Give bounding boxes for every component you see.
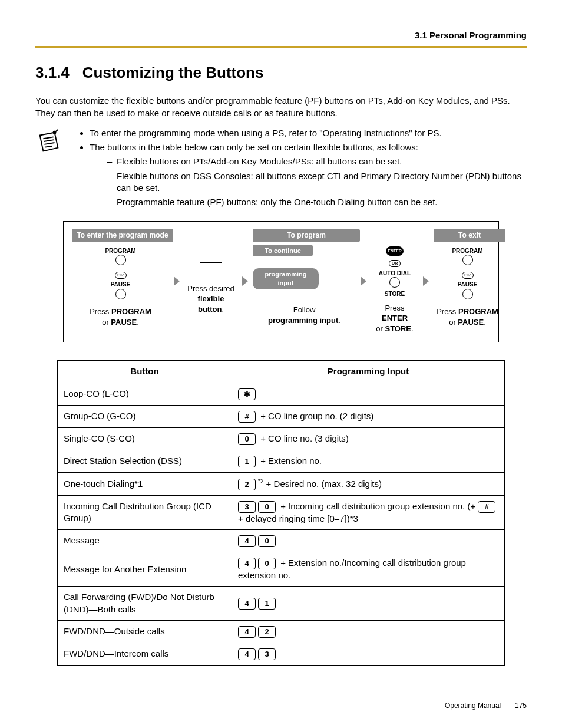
table-row: FWD/DND—Outside calls42 (58, 620, 505, 643)
input-cell: 40 + Extension no./Incoming call distrib… (232, 552, 505, 587)
key-icon: 1 (258, 598, 276, 610)
input-cell: 43 (232, 643, 505, 665)
label-autodial: AUTO DIAL (371, 269, 418, 278)
key-icon: # (238, 411, 256, 423)
table-row: Single-CO (S-CO)0 + CO line no. (3 digit… (58, 427, 505, 450)
input-suffix: + Desired no. (max. 32 digits) (263, 479, 382, 489)
caption-1: Press PROGRAM or PAUSE. (72, 307, 169, 327)
label-program-1: PROGRAM (72, 247, 169, 255)
or-pill-2: OR (389, 260, 401, 267)
or-pill-3: OR (462, 272, 474, 279)
input-suffix: + delayed ringing time [0–7])*3 (238, 513, 358, 523)
input-cell: 0 + CO line no. (3 digits) (232, 427, 505, 450)
key-icon: 4 (238, 535, 256, 547)
button-cell: Message (58, 530, 232, 552)
key-icon: ✱ (238, 388, 256, 400)
note-sub-2: Flexible buttons on DSS Consoles: all bu… (107, 170, 527, 195)
input-suffix: + Incoming call distribution group exten… (278, 501, 478, 511)
note-sub-3: Programmable feature (PF) buttons: only … (107, 196, 527, 208)
input-suffix: + Extension no. (258, 456, 322, 466)
input-cell: ✱ (232, 383, 505, 405)
button-cell: Group-CO (G-CO) (58, 405, 232, 427)
button-cell: Loop-CO (L-CO) (58, 383, 232, 405)
table-row: Incoming Call Distribution Group (ICD Gr… (58, 495, 505, 529)
diagram-enter-pill: To enter the program mode (72, 229, 173, 242)
footer-manual: Operating Manual (445, 701, 501, 710)
intro-paragraph: You can customize the flexible buttons a… (35, 95, 527, 119)
key-icon: 4 (238, 558, 256, 569)
or-pill-1: OR (115, 272, 127, 279)
note-bullet-2-text: The buttons in the table below can only … (90, 142, 418, 152)
table-row: One-touch Dialing*12*2 + Desired no. (ma… (58, 472, 505, 495)
page-footer: Operating Manual 175 (445, 701, 527, 710)
key-icon: 0 (258, 501, 276, 513)
table-header-input: Programming Input (232, 361, 505, 383)
note-block: To enter the programming mode when using… (35, 127, 527, 211)
arrow-icon (423, 276, 429, 286)
key-icon: 3 (238, 501, 256, 513)
footer-page: 175 (515, 701, 527, 710)
table-row: Message for Another Extension40 + Extens… (58, 552, 505, 587)
note-body: To enter the programming mode when using… (77, 127, 527, 211)
title-number: 3.1.4 (35, 64, 70, 81)
title-text: Customizing the Buttons (82, 64, 264, 81)
note-sub-1: Flexible buttons on PTs/Add-on Key Modul… (107, 156, 527, 167)
button-cell: Message for Another Extension (58, 552, 232, 587)
button-cell: One-touch Dialing*1 (58, 472, 232, 495)
label-pause-1: PAUSE (72, 281, 169, 289)
table-row: Loop-CO (L-CO)✱ (58, 383, 505, 405)
button-glyph-program-2 (462, 255, 473, 265)
flexible-button-glyph (200, 256, 222, 263)
arrow-icon (361, 276, 366, 286)
input-cell: 2*2 + Desired no. (max. 32 digits) (232, 472, 505, 495)
button-glyph-program-1 (115, 255, 126, 265)
arrow-icon (174, 276, 180, 286)
button-glyph-pause-2 (462, 289, 473, 299)
input-cell: 30 + Incoming call distribution group ex… (232, 495, 505, 529)
key-icon: 0 (258, 535, 276, 547)
note-icon (35, 127, 65, 211)
button-cell: FWD/DND—Intercom calls (58, 643, 232, 665)
key-icon: 4 (238, 648, 256, 660)
input-suffix: + CO line no. (3 digits) (258, 433, 349, 443)
caption-4: Press ENTER or STORE. (371, 303, 418, 334)
caption-3: Follow programming input. (253, 305, 356, 325)
button-cell: Incoming Call Distribution Group (ICD Gr… (58, 495, 232, 529)
input-cell: 42 (232, 620, 505, 643)
key-icon: 0 (258, 558, 276, 569)
label-program-2: PROGRAM (434, 247, 501, 255)
input-cell: 40 (232, 530, 505, 552)
button-cell: Direct Station Selection (DSS) (58, 450, 232, 472)
key-icon: 3 (258, 648, 276, 660)
diagram-continue-pill: To continue (253, 245, 313, 257)
label-store: STORE (371, 290, 418, 298)
table-row: FWD/DND—Intercom calls43 (58, 643, 505, 665)
table-row: Direct Station Selection (DSS)1 + Extens… (58, 450, 505, 472)
table-header-button: Button (58, 361, 232, 383)
key-icon: 2 (238, 479, 256, 490)
button-cell: Call Forwarding (FWD)/Do Not Disturb (DN… (58, 587, 232, 621)
section-header: 3.1 Personal Programming (35, 29, 527, 41)
programming-diagram: To enter the program mode PROGRAM OR PAU… (63, 221, 499, 342)
note-bullet-2: The buttons in the table below can only … (90, 141, 527, 208)
table-row: Call Forwarding (FWD)/Do Not Disturb (DN… (58, 587, 505, 621)
table-row: Group-CO (G-CO)# + CO line group no. (2 … (58, 405, 505, 427)
note-bullet-1: To enter the programming mode when using… (90, 127, 527, 139)
key-icon: 0 (238, 433, 256, 445)
diagram-program-pill: To program (253, 229, 360, 242)
input-cell: # + CO line group no. (2 digits) (232, 405, 505, 427)
button-glyph-pause-1 (115, 289, 126, 299)
button-cell: Single-CO (S-CO) (58, 427, 232, 450)
caption-2: Press desired flexible button. (184, 284, 237, 315)
input-suffix: + CO line group no. (2 digits) (258, 411, 373, 421)
header-rule (35, 46, 527, 48)
input-cell: 1 + Extension no. (232, 450, 505, 472)
diagram-exit-pill: To exit (434, 229, 505, 242)
diagram-proginput-pill: programming input (253, 268, 319, 289)
button-glyph-autodial (389, 277, 400, 288)
caption-5: Press PROGRAM or PAUSE. (434, 307, 501, 327)
key-icon: 1 (238, 456, 256, 467)
enter-glyph: ENTER (386, 246, 404, 256)
page-title: 3.1.4Customizing the Buttons (35, 62, 527, 83)
key-icon: 4 (238, 626, 256, 638)
